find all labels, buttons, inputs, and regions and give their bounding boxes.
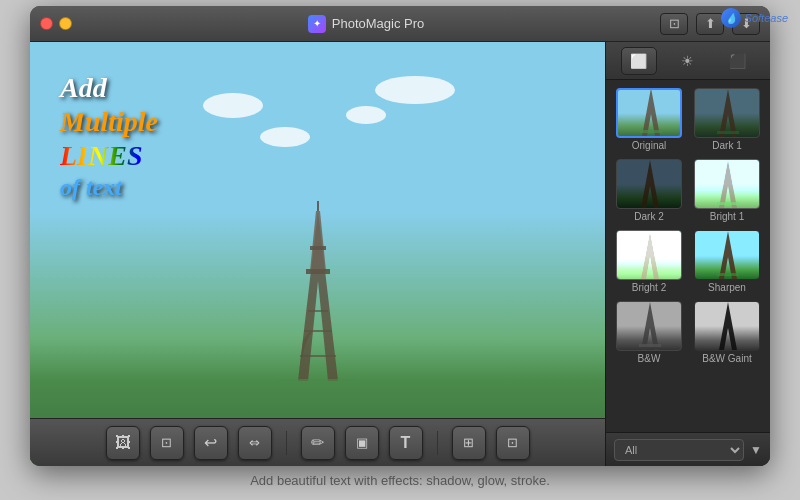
effects-grid: Original Dark 1 <box>606 80 770 432</box>
svg-marker-13 <box>641 160 659 208</box>
effect-sharpen[interactable]: Sharpen <box>690 228 764 295</box>
canvas-area: Add Multiple LINES of text 🖼 ⊡ ↩ ⇔ ✏ ▣ T <box>30 42 605 466</box>
grid-button[interactable]: ⊞ <box>452 426 486 460</box>
effect-label-original: Original <box>632 140 666 151</box>
svg-rect-12 <box>717 131 739 134</box>
effect-bright1[interactable]: Bright 1 <box>690 157 764 224</box>
effect-thumb-dark2 <box>616 159 682 209</box>
softease-icon: 💧 <box>721 8 741 28</box>
undo-button[interactable]: ↩ <box>194 426 228 460</box>
filter-category-select[interactable]: All Dark Bright B&W <box>614 439 744 461</box>
caption-text: Add beautiful text with effects: shadow,… <box>250 473 550 488</box>
app-icon: ✦ <box>308 15 326 33</box>
effect-label-dark2: Dark 2 <box>634 211 663 222</box>
window-controls <box>40 17 72 30</box>
text-button[interactable]: T <box>389 426 423 460</box>
cloud-4 <box>260 127 310 147</box>
effect-thumb-sharpen <box>694 230 760 280</box>
title-center: ✦ PhotoMagic Pro <box>72 15 660 33</box>
svg-rect-8 <box>278 379 358 381</box>
svg-rect-18 <box>717 273 739 276</box>
photo-button[interactable]: 🖼 <box>106 426 140 460</box>
effect-bw[interactable]: B&W <box>612 299 686 366</box>
toolbar-sep-1 <box>286 431 287 455</box>
text-line-2: Multiple <box>60 106 158 138</box>
dropdown-arrow-icon: ▼ <box>750 443 762 457</box>
effect-thumb-bwgaint <box>694 301 760 351</box>
bottom-caption: Add beautiful text with effects: shadow,… <box>250 466 550 494</box>
photo-canvas[interactable]: Add Multiple LINES of text <box>30 42 605 466</box>
effect-original[interactable]: Original <box>612 86 686 153</box>
print-button[interactable]: ⊡ <box>660 13 688 35</box>
export-button[interactable]: ⊡ <box>496 426 530 460</box>
effect-label-bw: B&W <box>638 353 661 364</box>
svg-marker-17 <box>719 231 737 279</box>
effect-bwgaint[interactable]: B&W Gaint <box>690 299 764 366</box>
crop-button[interactable]: ⊡ <box>150 426 184 460</box>
softease-label: Softease <box>745 12 788 24</box>
effect-label-bright1: Bright 1 <box>710 211 744 222</box>
effect-bright2[interactable]: Bright 2 <box>612 228 686 295</box>
svg-rect-15 <box>717 202 739 205</box>
close-button[interactable] <box>40 17 53 30</box>
panel-tabs: ⬜ ☀ ⬛ <box>606 42 770 80</box>
app-window: ✦ PhotoMagic Pro ⊡ ⬆ ⬇ <box>30 6 770 466</box>
eiffel-tower <box>278 201 358 381</box>
effect-thumb-bright1 <box>694 159 760 209</box>
pen-button[interactable]: ✏ <box>301 426 335 460</box>
effect-label-sharpen: Sharpen <box>708 282 746 293</box>
svg-marker-16 <box>641 231 659 279</box>
right-panel: ⬜ ☀ ⬛ Original <box>605 42 770 466</box>
text-line-1: Add <box>60 72 158 104</box>
svg-marker-19 <box>641 302 659 350</box>
effect-thumb-bright2 <box>616 230 682 280</box>
effect-thumb-dark1 <box>694 88 760 138</box>
tab-frames[interactable]: ⬛ <box>719 47 755 75</box>
main-content: Add Multiple LINES of text 🖼 ⊡ ↩ ⇔ ✏ ▣ T <box>30 42 770 466</box>
app-title: PhotoMagic Pro <box>332 16 425 31</box>
svg-marker-14 <box>719 160 737 208</box>
cloud-1 <box>203 93 263 118</box>
effect-thumb-original <box>616 88 682 138</box>
svg-rect-10 <box>640 130 662 133</box>
tab-filters[interactable]: ⬜ <box>621 47 657 75</box>
effect-label-bwgaint: B&W Gaint <box>702 353 751 364</box>
minimize-button[interactable] <box>59 17 72 30</box>
cloud-2 <box>346 106 386 124</box>
adjust-button[interactable]: ⇔ <box>238 426 272 460</box>
frame-button[interactable]: ▣ <box>345 426 379 460</box>
effect-thumb-bw <box>616 301 682 351</box>
svg-marker-1 <box>310 211 326 271</box>
svg-rect-2 <box>306 269 330 274</box>
tab-adjust[interactable]: ☀ <box>670 47 706 75</box>
svg-rect-3 <box>310 246 326 250</box>
effect-label-bright2: Bright 2 <box>632 282 666 293</box>
svg-marker-21 <box>719 302 737 350</box>
text-line-3: LINES <box>60 140 158 172</box>
effect-label-dark1: Dark 1 <box>712 140 741 151</box>
softease-logo: 💧 Softease <box>721 8 788 28</box>
text-line-4: of text <box>60 174 158 201</box>
effect-dark1[interactable]: Dark 1 <box>690 86 764 153</box>
svg-marker-11 <box>719 89 737 137</box>
cloud-3 <box>375 76 455 104</box>
bottom-toolbar: 🖼 ⊡ ↩ ⇔ ✏ ▣ T ⊞ ⊡ <box>30 418 605 466</box>
canvas-text-overlay: Add Multiple LINES of text <box>60 72 158 201</box>
effect-dark2[interactable]: Dark 2 <box>612 157 686 224</box>
title-bar: ✦ PhotoMagic Pro ⊡ ⬆ ⬇ <box>30 6 770 42</box>
svg-rect-20 <box>639 344 661 347</box>
panel-footer: All Dark Bright B&W ▼ <box>606 432 770 466</box>
svg-marker-9 <box>642 88 660 136</box>
toolbar-sep-2 <box>437 431 438 455</box>
